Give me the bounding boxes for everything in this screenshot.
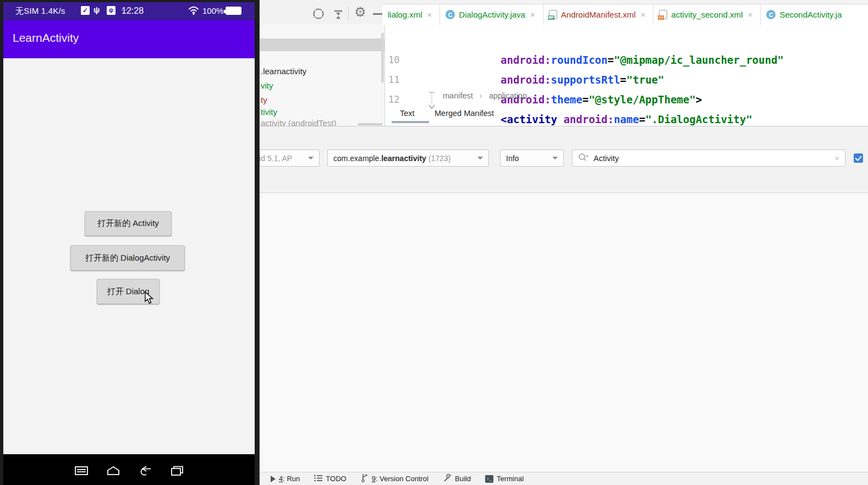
breadcrumb-application[interactable]: application — [489, 91, 527, 100]
run-icon — [271, 476, 276, 482]
sync-check-icon: ✓ — [81, 6, 90, 15]
usb-debugging-icon: ψ — [107, 6, 116, 15]
breadcrumb-separator: › — [480, 91, 482, 100]
search-icon — [578, 153, 589, 163]
tree-item-dialogactivity[interactable]: vity — [261, 81, 273, 90]
menu-nav-icon[interactable] — [74, 465, 89, 476]
java-class-icon — [446, 10, 455, 19]
tab-label: activity_second.xml — [671, 10, 743, 19]
android-status-bar: 无SIM 1.4K/s ✓ ψ ψ ··· 12:28 100% — [3, 2, 255, 20]
version-control-toolwindow-button[interactable]: 9: Version Control — [361, 473, 428, 484]
search-value: Activity — [594, 154, 619, 163]
logcat-search-input[interactable]: Activity × — [572, 150, 845, 167]
mouse-cursor — [145, 291, 155, 307]
android-nav-bar — [3, 454, 255, 485]
usb-icon: ψ — [94, 5, 100, 14]
android-emulator-window: 无SIM 1.4K/s ✓ ψ ψ ··· 12:28 100% LearnAc… — [0, 0, 260, 485]
build-hammer-icon — [443, 473, 452, 484]
logcat-toolbar: droid 5.1, AP com.example.learnactivity … — [259, 126, 868, 192]
close-icon[interactable]: × — [748, 10, 752, 19]
tool-window-bar: 4: Run TODO 9: Version Control Build — [259, 472, 868, 485]
close-icon[interactable]: × — [427, 10, 432, 19]
logcat-output-area[interactable] — [259, 193, 868, 472]
tree-vertical-scrollbar[interactable] — [381, 32, 384, 83]
tree-horizontal-scrollbar[interactable] — [358, 123, 382, 125]
tab-merged-manifest[interactable]: Merged Manifest — [435, 109, 494, 118]
tab-secondactivity-java[interactable]: SecondActivity.ja — [761, 4, 849, 25]
code-line-12: 12 <activity android:name=".DialogActivi… — [385, 70, 868, 90]
back-nav-icon[interactable] — [138, 465, 153, 476]
open-activity-button[interactable]: 打开新的 Activity — [85, 211, 172, 236]
tab-androidmanifest-xml[interactable]: AndroidManifest.xml × — [543, 4, 654, 25]
tab-text[interactable]: Text — [400, 109, 415, 118]
tab-label: AndroidManifest.xml — [561, 10, 636, 19]
chevron-down-icon — [477, 157, 483, 159]
xml-file-icon — [659, 10, 667, 19]
wifi-icon — [188, 6, 199, 16]
recents-nav-icon[interactable] — [169, 465, 185, 476]
build-toolwindow-button[interactable]: Build — [443, 473, 471, 484]
home-nav-icon[interactable] — [106, 465, 121, 476]
gear-icon[interactable]: ⚙ — [354, 5, 366, 19]
process-dropdown-value: com.example.learnactivity (1723) — [333, 154, 451, 163]
chevron-down-icon — [308, 157, 314, 159]
device-screen: 无SIM 1.4K/s ✓ ψ ψ ··· 12:28 100% LearnAc… — [3, 2, 255, 485]
tab-label: SecondActivity.ja — [779, 10, 842, 19]
log-level-dropdown[interactable]: Info — [500, 150, 564, 167]
carrier-label: 无SIM 1.4K/s — [15, 6, 65, 16]
close-icon[interactable]: × — [530, 10, 535, 19]
breadcrumb-manifest[interactable]: manifest — [443, 91, 473, 100]
code-line-11: 11 android:theme="@style/AppTheme"> — [385, 50, 868, 70]
app-bar: LearnActivity — [3, 20, 255, 58]
breadcrumb: manifest › application — [443, 91, 527, 100]
activity-content: 打开新的 Activity 打开新的 DialogActivity 打开 Dia… — [3, 58, 255, 456]
collapse-all-icon[interactable] — [332, 8, 344, 22]
tree-item-package[interactable]: .learnactivity — [261, 67, 306, 76]
java-class-icon — [766, 10, 776, 19]
tab-label: DialogActivity.java — [459, 10, 525, 19]
todo-toolwindow-button[interactable]: TODO — [314, 475, 346, 483]
tab-dialog-xml[interactable]: lialog.xml × — [382, 4, 440, 25]
battery-icon — [226, 7, 241, 15]
todo-list-icon — [314, 475, 322, 483]
clock-label: 12:28 — [122, 6, 144, 16]
target-icon[interactable] — [312, 8, 325, 22]
tree-item-learnactivity[interactable]: ty — [261, 95, 267, 104]
terminal-icon — [485, 475, 493, 483]
tab-label: lialog.xml — [388, 10, 422, 19]
chevron-down-icon — [552, 157, 558, 159]
close-icon[interactable]: × — [641, 10, 646, 19]
selected-tab-underline — [392, 121, 429, 123]
regex-checkbox[interactable] — [854, 153, 863, 163]
log-level-value: Info — [506, 154, 519, 163]
process-dropdown[interactable]: com.example.learnactivity (1723) — [327, 150, 489, 167]
tab-activity-second-xml[interactable]: activity_second.xml × — [653, 4, 761, 25]
editor-tab-bar: lialog.xml × DialogActivity.java × Andro… — [382, 4, 868, 25]
tab-dialogactivity-java[interactable]: DialogActivity.java × — [440, 4, 543, 25]
app-title: LearnActivity — [13, 31, 79, 45]
screen: ⚙ lialog.xml × DialogActivity.java × And… — [0, 0, 868, 485]
code-editor[interactable]: android:roundIcon="@mipmap/ic_launcher_r… — [385, 25, 868, 126]
open-dialogactivity-button[interactable]: 打开新的 DialogActivity — [70, 245, 185, 271]
tree-item-androidtest[interactable]: activity (androidTest) — [261, 118, 337, 126]
git-branch-icon — [361, 473, 369, 484]
code-area: android:roundIcon="@mipmap/ic_launcher_r… — [385, 25, 868, 90]
clear-search-icon[interactable]: × — [834, 153, 839, 163]
manifest-file-icon — [549, 10, 557, 19]
project-tree-panel[interactable]: .learnactivity vity ty tivity activity (… — [259, 25, 385, 126]
manifest-view-tabs: Text Merged Manifest — [385, 106, 868, 126]
toolbar-separator — [348, 7, 349, 20]
code-line-9: android:roundIcon="@mipmap/ic_launcher_r… — [385, 25, 868, 30]
tree-selected-row[interactable] — [259, 38, 384, 51]
tree-item-secondactivity[interactable]: tivity — [261, 107, 277, 117]
run-toolwindow-button[interactable]: 4: Run — [271, 475, 300, 483]
battery-percent-label: 100% — [202, 6, 223, 15]
terminal-toolwindow-button[interactable]: Terminal — [485, 475, 524, 483]
code-line-10: 10 android:supportsRtl="true" — [385, 30, 868, 50]
